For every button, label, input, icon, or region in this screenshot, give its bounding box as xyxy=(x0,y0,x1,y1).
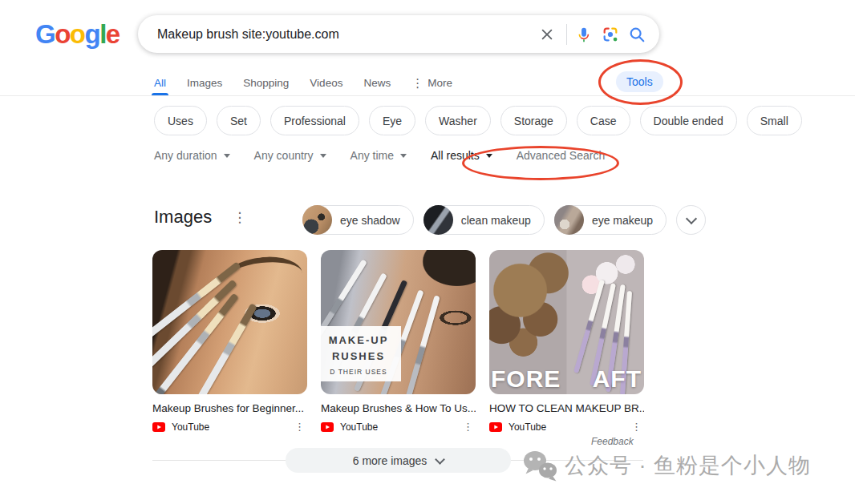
tab-shopping[interactable]: Shopping xyxy=(243,70,289,95)
result-source-row: YouTube ⋮ xyxy=(152,421,307,433)
refinement-chips: Uses Set Professional Eye Washer Storage… xyxy=(154,106,802,135)
chip-washer[interactable]: Washer xyxy=(425,106,491,135)
tab-videos[interactable]: Videos xyxy=(310,70,342,95)
advanced-search-link[interactable]: Advanced Search xyxy=(517,149,606,162)
chip-uses[interactable]: Uses xyxy=(154,106,207,135)
filter-all-results[interactable]: All results xyxy=(431,149,492,162)
thumbnail-after-label: AFT xyxy=(593,365,642,393)
search-tools-row: Any duration Any country Any time All re… xyxy=(154,149,605,162)
logo-letter: o xyxy=(55,19,70,50)
chip-storage[interactable]: Storage xyxy=(500,106,567,135)
result-source[interactable]: YouTube xyxy=(340,421,378,433)
watermark-text: 公众号 · 鱼粉是个小人物 xyxy=(565,451,811,480)
logo-letter: l xyxy=(99,19,106,50)
chevron-down-icon xyxy=(435,454,445,465)
thumbnail-before-label: FORE xyxy=(491,365,561,393)
images-section-title: Images xyxy=(154,207,212,228)
feedback-link[interactable]: Feedback xyxy=(591,436,634,447)
youtube-icon xyxy=(152,422,165,432)
chip-eye[interactable]: Eye xyxy=(369,106,415,135)
tab-news[interactable]: News xyxy=(363,70,391,95)
wechat-icon xyxy=(522,450,559,482)
logo-letter: e xyxy=(106,19,120,50)
related-chip-eye-makeup[interactable]: eye makeup xyxy=(554,205,667,235)
results-tab-bar: All Images Shopping Videos News ⋮ More xyxy=(0,70,855,96)
image-result-card: FORE AFT HOW TO CLEAN MAKEUP BR... YouTu… xyxy=(489,250,644,433)
related-thumbnail xyxy=(554,205,584,235)
result-source-row: YouTube ⋮ xyxy=(321,421,476,433)
tab-all[interactable]: All xyxy=(154,70,166,95)
chip-professional[interactable]: Professional xyxy=(270,106,359,135)
images-kebab-icon[interactable]: ⋮ xyxy=(233,211,246,224)
more-dots-icon: ⋮ xyxy=(411,77,423,89)
brush-art xyxy=(402,295,440,394)
related-chip-eye-shadow[interactable]: eye shadow xyxy=(302,205,414,235)
watermark: 公众号 · 鱼粉是个小人物 xyxy=(522,450,811,482)
chevron-down-icon xyxy=(686,212,697,224)
caret-down-icon xyxy=(224,154,230,158)
result-title[interactable]: HOW TO CLEAN MAKEUP BR... xyxy=(489,402,644,414)
search-divider xyxy=(566,24,567,45)
result-kebab-icon[interactable]: ⋮ xyxy=(631,421,642,432)
youtube-icon xyxy=(489,422,502,432)
tab-images[interactable]: Images xyxy=(187,70,222,95)
filter-any-time[interactable]: Any time xyxy=(351,149,407,162)
youtube-icon xyxy=(321,422,334,432)
result-thumbnail[interactable]: FORE AFT xyxy=(489,250,644,394)
tab-more[interactable]: ⋮ More xyxy=(411,70,452,95)
result-thumbnail[interactable]: MAKE-UP RUSHES D THEIR USES xyxy=(321,250,476,394)
thumbnail-text-overlay: MAKE-UP RUSHES D THEIR USES xyxy=(321,326,401,381)
tools-button[interactable]: Tools xyxy=(616,71,663,92)
search-icon[interactable] xyxy=(627,25,646,44)
microphone-icon[interactable] xyxy=(574,25,594,44)
result-source-row: YouTube ⋮ xyxy=(489,421,644,433)
related-thumbnail xyxy=(423,205,453,235)
logo-letter: g xyxy=(85,19,100,50)
more-images-button[interactable]: 6 more images xyxy=(286,448,511,473)
brush-art xyxy=(573,280,605,373)
chip-small[interactable]: Small xyxy=(747,106,802,135)
image-result-card: MAKE-UP RUSHES D THEIR USES Makeup Brush… xyxy=(321,250,476,433)
chip-double-ended[interactable]: Double ended xyxy=(640,106,737,135)
search-input[interactable]: Makeup brush site:youtube.com xyxy=(157,27,530,42)
image-results: Makeup Brushes for Beginner... YouTube ⋮… xyxy=(152,250,644,433)
related-chip-clean-makeup[interactable]: clean makeup xyxy=(423,205,545,235)
result-title[interactable]: Makeup Brushes for Beginner... xyxy=(152,402,307,414)
images-section-header: Images ⋮ xyxy=(154,207,246,228)
related-searches: eye shadow clean makeup eye makeup xyxy=(302,205,706,235)
image-result-card: Makeup Brushes for Beginner... YouTube ⋮ xyxy=(152,250,307,433)
result-kebab-icon[interactable]: ⋮ xyxy=(294,421,305,432)
logo-letter: G xyxy=(35,19,55,50)
result-source[interactable]: YouTube xyxy=(509,421,546,433)
search-bar[interactable]: Makeup brush site:youtube.com xyxy=(138,15,659,53)
google-logo[interactable]: G o o g l e xyxy=(35,19,120,50)
caret-down-icon xyxy=(486,154,492,158)
filter-any-duration[interactable]: Any duration xyxy=(154,149,230,162)
logo-letter: o xyxy=(70,19,85,50)
google-lens-icon[interactable] xyxy=(601,25,620,44)
result-kebab-icon[interactable]: ⋮ xyxy=(463,421,473,432)
caret-down-icon xyxy=(320,154,326,158)
expand-related-button[interactable] xyxy=(676,205,706,235)
result-source[interactable]: YouTube xyxy=(172,421,209,433)
caret-down-icon xyxy=(400,154,407,158)
related-thumbnail xyxy=(302,205,332,235)
clear-icon[interactable] xyxy=(537,25,557,44)
result-thumbnail[interactable] xyxy=(152,250,307,394)
chip-case[interactable]: Case xyxy=(577,106,630,135)
chip-set[interactable]: Set xyxy=(217,106,261,135)
filter-any-country[interactable]: Any country xyxy=(254,149,326,162)
result-title[interactable]: Makeup Brushes & How To Us... xyxy=(321,402,476,414)
